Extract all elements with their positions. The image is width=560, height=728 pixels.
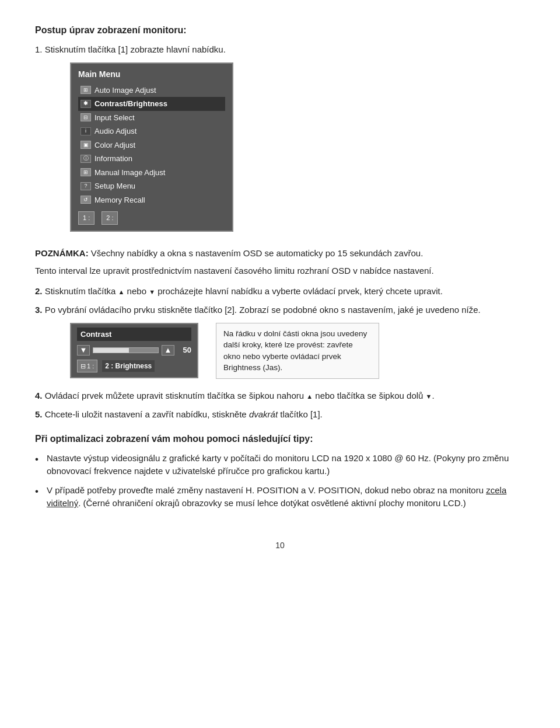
contrast-title: Contrast bbox=[77, 328, 191, 342]
step1-text: 1. Stisknutím tlačítka [1] zobrazte hlav… bbox=[35, 43, 525, 57]
contrast-bar bbox=[93, 347, 159, 353]
osd-item-6-label: Information bbox=[94, 153, 132, 165]
step5-number: 5. bbox=[35, 409, 43, 419]
contrast-menu-image: Contrast ▼ ▲ 50 ⊟ 1 : 2 : Brightness bbox=[70, 323, 198, 379]
osd-item-3-label: Input Select bbox=[94, 112, 135, 124]
step2-number: 2. bbox=[35, 286, 43, 296]
contrast-slider-row: ▼ ▲ 50 bbox=[77, 344, 191, 356]
step4-number: 4. bbox=[35, 391, 43, 400]
step5-block: 5. Chcete-li uložit nastavení a zavřít n… bbox=[35, 408, 525, 422]
bullet-2-text: V případě potřeby proveďte malé změny na… bbox=[47, 485, 506, 508]
contrast-value: 50 bbox=[177, 344, 191, 356]
bullet-1-text: Nastavte výstup videosignálu z grafické … bbox=[47, 453, 509, 476]
contrast-btn1: ⊟ 1 : bbox=[77, 360, 97, 373]
note-block: POZNÁMKA: Všechny nabídky a okna s nasta… bbox=[35, 247, 525, 260]
osd-icon-1: ⊞ bbox=[80, 86, 91, 94]
note2-text: Tento interval lze upravit prostřednictv… bbox=[35, 264, 525, 278]
page-number: 10 bbox=[35, 539, 525, 552]
bullet-1-icon: • bbox=[35, 452, 38, 467]
osd-icon-2: ✱ bbox=[80, 100, 91, 108]
tips-item-2: • V případě potřeby proveďte malé změny … bbox=[35, 484, 525, 510]
osd-icon-4: i bbox=[80, 127, 91, 135]
step3-number: 3. bbox=[35, 305, 43, 315]
osd-menu-title: Main Menu bbox=[78, 68, 225, 81]
osd-item-2-label: Contrast/Brightness bbox=[94, 98, 167, 110]
osd-item-2: ✱ Contrast/Brightness bbox=[78, 97, 225, 111]
osd-btn2: 2 : bbox=[102, 211, 118, 225]
osd-menu-image: Main Menu ⊞ Auto Image Adjust ✱ Contrast… bbox=[70, 62, 233, 232]
osd-item-4: i Audio Adjust bbox=[78, 124, 225, 138]
osd-item-9: ↺ Memory Recall bbox=[78, 193, 225, 207]
osd-btn1: 1 : bbox=[78, 211, 94, 225]
contrast-bar-fill bbox=[93, 348, 129, 353]
osd-item-4-label: Audio Adjust bbox=[94, 126, 136, 137]
step5-text: Chcete-li uložit nastavení a zavřít nabí… bbox=[45, 409, 323, 419]
osd-item-8-label: Setup Menu bbox=[94, 180, 135, 192]
tips-heading: Při optimalizaci zobrazení vám mohou pom… bbox=[35, 432, 525, 446]
step2-text: Stisknutím tlačítka ▲ nebo ▼ procházejte… bbox=[45, 286, 443, 296]
osd-item-1: ⊞ Auto Image Adjust bbox=[78, 83, 225, 97]
osd-item-8: ? Setup Menu bbox=[78, 179, 225, 193]
page-heading: Postup úprav zobrazení monitoru: bbox=[35, 23, 525, 37]
bullet-2-icon: • bbox=[35, 484, 38, 499]
step3-text: Po vybrání ovládacího prvku stiskněte tl… bbox=[45, 305, 481, 315]
contrast-bottom-bar: ⊟ 1 : 2 : Brightness bbox=[77, 360, 191, 373]
tips-list: • Nastavte výstup videosignálu z grafick… bbox=[35, 452, 525, 510]
tips-item-1: • Nastavte výstup videosignálu z grafick… bbox=[35, 452, 525, 478]
osd-icon-5: ▣ bbox=[80, 141, 91, 149]
osd-item-3: ⊟ Input Select bbox=[78, 111, 225, 125]
note-text: Všechny nabídky a okna s nastavením OSD … bbox=[91, 248, 423, 258]
osd-item-1-label: Auto Image Adjust bbox=[94, 85, 156, 96]
osd-bottom-bar: 1 : 2 : bbox=[78, 211, 225, 225]
osd-icon-6: ⓘ bbox=[80, 155, 91, 163]
contrast-down-arrow: ▼ bbox=[77, 345, 90, 356]
osd-item-6: ⓘ Information bbox=[78, 152, 225, 166]
osd-item-5-label: Color Adjust bbox=[94, 140, 135, 151]
osd-item-9-label: Memory Recall bbox=[94, 194, 145, 206]
osd-icon-3: ⊟ bbox=[80, 113, 91, 121]
callout-text: Na řádku v dolní části okna jsou uvedeny… bbox=[223, 329, 367, 372]
osd-icon-7: ⊞ bbox=[80, 168, 91, 176]
note-label: POZNÁMKA: bbox=[35, 248, 89, 258]
step4-text: Ovládací prvek můžete upravit stisknutím… bbox=[45, 391, 435, 400]
callout-text-box: Na řádku v dolní části okna jsou uvedeny… bbox=[216, 323, 379, 379]
osd-item-7: ⊞ Manual Image Adjust bbox=[78, 166, 225, 180]
contrast-brightness-label: 2 : Brightness bbox=[102, 360, 155, 372]
step2-block: 2. Stisknutím tlačítka ▲ nebo ▼ procháze… bbox=[35, 285, 525, 298]
contrast-up-arrow: ▲ bbox=[162, 345, 174, 356]
callout-section: Contrast ▼ ▲ 50 ⊟ 1 : 2 : Brightness Na … bbox=[70, 323, 525, 379]
osd-item-7-label: Manual Image Adjust bbox=[94, 167, 165, 179]
step3-block: 3. Po vybrání ovládacího prvku stiskněte… bbox=[35, 304, 525, 317]
osd-item-5: ▣ Color Adjust bbox=[78, 138, 225, 152]
osd-icon-9: ↺ bbox=[80, 196, 91, 204]
osd-icon-8: ? bbox=[80, 182, 91, 190]
step4-block: 4. Ovládací prvek můžete upravit stisknu… bbox=[35, 389, 525, 403]
